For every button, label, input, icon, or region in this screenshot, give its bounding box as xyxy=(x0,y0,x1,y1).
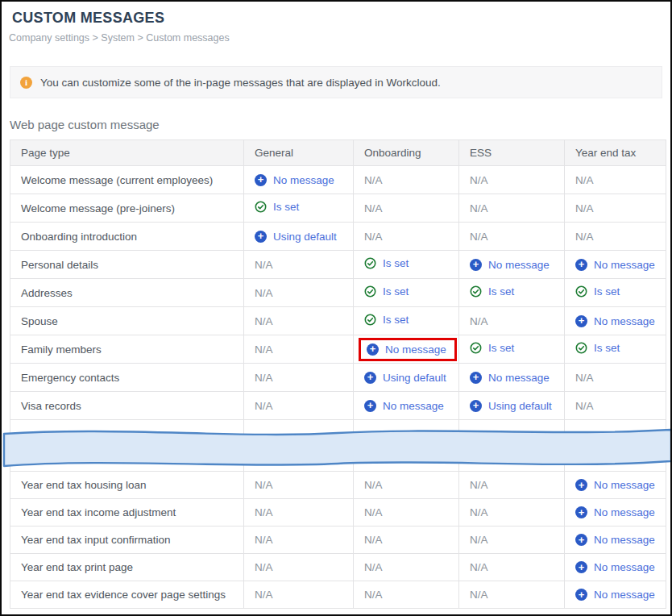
message-link[interactable]: +No message xyxy=(367,343,446,356)
page-type-cell: Spouse xyxy=(10,307,244,335)
message-cell: +No message xyxy=(459,251,565,279)
check-circle-icon xyxy=(364,257,376,269)
na-value: N/A xyxy=(364,506,383,518)
custom-messages-page: CUSTOM MESSAGES Company settings > Syste… xyxy=(0,0,672,616)
page-type-cell: Year end tax print page xyxy=(10,554,244,581)
link-label: Is set xyxy=(383,257,409,269)
message-link[interactable]: +No message xyxy=(470,372,550,384)
page-type-cell: Personal details xyxy=(10,251,244,279)
banner-text: You can customize some of the in-page me… xyxy=(40,77,441,89)
is-set-link[interactable]: Is set xyxy=(470,285,514,298)
message-link[interactable]: +Using default xyxy=(470,400,552,412)
message-cell: +No message xyxy=(565,581,666,609)
message-link[interactable]: +Using default xyxy=(364,372,446,384)
message-cell: Is set xyxy=(244,194,354,223)
link-label: Is set xyxy=(488,285,514,298)
message-link[interactable]: +No message xyxy=(364,400,444,412)
page-type-label: Family members xyxy=(21,343,102,356)
message-cell: N/A xyxy=(459,527,565,554)
table-row: Personal detailsN/AIs set+No message+No … xyxy=(10,251,666,279)
column-header: ESS xyxy=(459,140,565,166)
plus-circle-icon: + xyxy=(575,259,587,271)
message-link[interactable]: +No message xyxy=(575,259,655,271)
page-type-cell: Year end tax input confirmation xyxy=(10,527,244,554)
is-set-link[interactable]: Is set xyxy=(364,314,409,326)
page-type-label: Personal details xyxy=(21,259,98,271)
na-value: N/A xyxy=(470,561,488,573)
message-link[interactable]: +No message xyxy=(470,259,550,271)
na-value: N/A xyxy=(255,534,273,546)
na-value: N/A xyxy=(255,343,273,356)
message-link[interactable]: +No message xyxy=(575,479,655,491)
na-value: N/A xyxy=(470,231,488,243)
na-value: N/A xyxy=(255,506,273,518)
plus-circle-icon: + xyxy=(470,400,482,412)
na-value: N/A xyxy=(364,231,383,243)
table-row: Welcome message (current employees)+No m… xyxy=(10,166,666,194)
message-link[interactable]: +No message xyxy=(575,506,655,518)
message-link[interactable]: +Using default xyxy=(255,231,337,243)
table-row: Welcome message (pre-joiners)Is setN/AN/… xyxy=(10,194,666,223)
table-header: Page typeGeneralOnboardingESSYear end ta… xyxy=(10,140,666,166)
link-label: No message xyxy=(273,174,334,186)
gap-cell xyxy=(354,420,459,472)
page-type-label: Year end tax evidence cover page setting… xyxy=(21,589,226,601)
na-value: N/A xyxy=(575,400,594,412)
column-header: Onboarding xyxy=(354,140,459,166)
message-cell: N/A xyxy=(354,581,459,609)
table-row: SpouseN/AIs setN/A+No message xyxy=(10,307,666,335)
is-set-link[interactable]: Is set xyxy=(364,257,409,269)
na-value: N/A xyxy=(470,534,488,546)
message-cell: N/A xyxy=(354,554,459,581)
page-type-label: Emergency contacts xyxy=(21,372,119,384)
message-cell: N/A xyxy=(354,166,459,194)
message-cell: N/A xyxy=(354,499,459,527)
page-type-cell: Year end tax evidence cover page setting… xyxy=(10,581,244,609)
message-cell: N/A xyxy=(244,279,354,307)
link-label: No message xyxy=(594,589,655,601)
message-cell: N/A xyxy=(244,581,354,609)
page-type-label: Year end tax income adjustment xyxy=(21,506,176,518)
link-label: Is set xyxy=(488,342,514,354)
message-cell: N/A xyxy=(565,194,666,223)
message-link[interactable]: +No message xyxy=(575,534,655,546)
page-type-cell: Onboarding introduction xyxy=(10,223,244,251)
na-value: N/A xyxy=(470,174,488,186)
breadcrumb: Company settings > System > Custom messa… xyxy=(9,32,670,44)
is-set-link[interactable]: Is set xyxy=(470,342,514,354)
na-value: N/A xyxy=(255,372,273,384)
is-set-link[interactable]: Is set xyxy=(255,201,299,213)
gap-cell xyxy=(459,420,565,472)
link-label: Is set xyxy=(383,285,409,298)
message-link[interactable]: +No message xyxy=(575,315,655,327)
is-set-link[interactable]: Is set xyxy=(364,285,409,298)
na-value: N/A xyxy=(364,589,383,601)
message-cell: +No message xyxy=(565,499,666,527)
message-link[interactable]: +No message xyxy=(575,589,655,601)
message-link[interactable]: +No message xyxy=(575,561,655,573)
info-icon: i xyxy=(20,77,32,89)
message-cell: N/A xyxy=(459,307,565,335)
na-value: N/A xyxy=(470,589,488,601)
message-link[interactable]: +No message xyxy=(255,174,334,186)
message-cell: N/A xyxy=(565,223,666,251)
section-title: Web page custom message xyxy=(10,118,670,131)
message-cell: +No message xyxy=(354,335,459,364)
link-label: No message xyxy=(594,561,655,573)
na-value: N/A xyxy=(364,561,383,573)
page-type-cell: Visa records xyxy=(10,392,244,420)
na-value: N/A xyxy=(470,315,488,327)
na-value: N/A xyxy=(255,400,273,412)
message-cell: +Using default xyxy=(459,392,565,420)
page-type-cell: Welcome message (current employees) xyxy=(10,166,244,194)
table-row: Emergency contactsN/A+Using default+No m… xyxy=(10,364,666,392)
link-label: No message xyxy=(385,343,446,356)
message-cell: N/A xyxy=(459,581,565,609)
is-set-link[interactable]: Is set xyxy=(575,342,620,354)
message-cell: +No message xyxy=(565,472,666,499)
plus-circle-icon: + xyxy=(364,372,376,384)
is-set-link[interactable]: Is set xyxy=(575,285,620,298)
message-cell: +No message xyxy=(565,251,666,279)
message-cell: N/A xyxy=(354,527,459,554)
message-cell: Is set xyxy=(459,279,565,307)
